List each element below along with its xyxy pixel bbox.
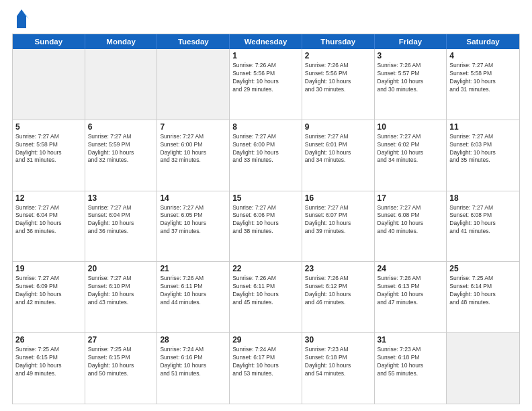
cell-info: Sunrise: 7:27 AM Sunset: 6:03 PM Dayligh… [449, 133, 517, 165]
day-number: 21 [160, 264, 226, 273]
calendar-cell-empty [157, 49, 230, 120]
svg-marker-0 [17, 9, 26, 28]
calendar-cell-day-3: 3Sunrise: 7:26 AM Sunset: 5:57 PM Daylig… [375, 49, 447, 120]
day-number: 12 [15, 193, 82, 203]
calendar-cell-day-24: 24Sunrise: 7:26 AM Sunset: 6:13 PM Dayli… [375, 262, 447, 332]
day-number: 2 [305, 51, 371, 60]
cell-info: Sunrise: 7:27 AM Sunset: 6:08 PM Dayligh… [378, 204, 444, 236]
calendar-cell-day-1: 1Sunrise: 7:26 AM Sunset: 5:56 PM Daylig… [230, 49, 302, 120]
cell-info: Sunrise: 7:26 AM Sunset: 5:56 PM Dayligh… [232, 62, 299, 94]
day-number: 11 [449, 122, 517, 132]
calendar-cell-day-4: 4Sunrise: 7:27 AM Sunset: 5:58 PM Daylig… [447, 49, 519, 120]
calendar-cell-day-10: 10Sunrise: 7:27 AM Sunset: 6:02 PM Dayli… [375, 120, 447, 191]
cell-info: Sunrise: 7:26 AM Sunset: 6:11 PM Dayligh… [232, 275, 299, 307]
weekday-header-monday: Monday [85, 34, 158, 49]
cell-info: Sunrise: 7:26 AM Sunset: 6:12 PM Dayligh… [305, 275, 371, 307]
calendar-cell-day-29: 29Sunrise: 7:24 AM Sunset: 6:17 PM Dayli… [230, 333, 302, 404]
calendar-cell-day-9: 9Sunrise: 7:27 AM Sunset: 6:01 PM Daylig… [302, 120, 375, 191]
calendar-row-4: 19Sunrise: 7:27 AM Sunset: 6:09 PM Dayli… [13, 261, 519, 332]
cell-info: Sunrise: 7:23 AM Sunset: 6:18 PM Dayligh… [378, 346, 444, 378]
calendar-cell-day-17: 17Sunrise: 7:27 AM Sunset: 6:08 PM Dayli… [375, 191, 447, 262]
day-number: 20 [88, 264, 154, 273]
day-number: 3 [378, 51, 444, 60]
calendar-cell-day-6: 6Sunrise: 7:27 AM Sunset: 5:59 PM Daylig… [85, 120, 158, 191]
cell-info: Sunrise: 7:27 AM Sunset: 6:00 PM Dayligh… [160, 133, 226, 165]
calendar-cell-day-30: 30Sunrise: 7:23 AM Sunset: 6:18 PM Dayli… [302, 333, 375, 404]
calendar-row-1: 1Sunrise: 7:26 AM Sunset: 5:56 PM Daylig… [13, 49, 519, 120]
day-number: 27 [88, 335, 154, 345]
calendar-cell-day-2: 2Sunrise: 7:26 AM Sunset: 5:56 PM Daylig… [302, 49, 375, 120]
cell-info: Sunrise: 7:26 AM Sunset: 6:11 PM Dayligh… [160, 275, 226, 307]
header [12, 12, 520, 28]
day-number: 7 [160, 122, 226, 132]
calendar-cell-day-13: 13Sunrise: 7:27 AM Sunset: 6:04 PM Dayli… [85, 191, 158, 262]
calendar-cell-day-27: 27Sunrise: 7:25 AM Sunset: 6:15 PM Dayli… [85, 333, 158, 404]
calendar-cell-empty [13, 49, 85, 120]
cell-info: Sunrise: 7:27 AM Sunset: 6:06 PM Dayligh… [232, 204, 299, 236]
cell-info: Sunrise: 7:27 AM Sunset: 6:00 PM Dayligh… [232, 133, 299, 165]
day-number: 22 [232, 264, 299, 273]
calendar-cell-day-19: 19Sunrise: 7:27 AM Sunset: 6:09 PM Dayli… [13, 262, 85, 332]
calendar-cell-day-22: 22Sunrise: 7:26 AM Sunset: 6:11 PM Dayli… [230, 262, 302, 332]
day-number: 26 [15, 335, 82, 345]
calendar-cell-day-11: 11Sunrise: 7:27 AM Sunset: 6:03 PM Dayli… [447, 120, 519, 191]
calendar-cell-day-23: 23Sunrise: 7:26 AM Sunset: 6:12 PM Dayli… [302, 262, 375, 332]
calendar: SundayMondayTuesdayWednesdayThursdayFrid… [12, 34, 520, 404]
day-number: 14 [160, 193, 226, 203]
cell-info: Sunrise: 7:25 AM Sunset: 6:14 PM Dayligh… [449, 275, 517, 307]
logo-icon [14, 9, 29, 28]
day-number: 17 [378, 193, 444, 203]
calendar-cell-day-20: 20Sunrise: 7:27 AM Sunset: 6:10 PM Dayli… [85, 262, 158, 332]
day-number: 5 [15, 122, 82, 132]
day-number: 15 [232, 193, 299, 203]
weekday-header-wednesday: Wednesday [230, 34, 302, 49]
cell-info: Sunrise: 7:26 AM Sunset: 5:57 PM Dayligh… [378, 62, 444, 94]
weekday-header-saturday: Saturday [447, 34, 519, 49]
calendar-cell-day-21: 21Sunrise: 7:26 AM Sunset: 6:11 PM Dayli… [157, 262, 230, 332]
calendar-cell-day-8: 8Sunrise: 7:27 AM Sunset: 6:00 PM Daylig… [230, 120, 302, 191]
calendar-cell-day-5: 5Sunrise: 7:27 AM Sunset: 5:58 PM Daylig… [13, 120, 85, 191]
day-number: 29 [232, 335, 299, 345]
day-number: 23 [305, 264, 371, 273]
cell-info: Sunrise: 7:27 AM Sunset: 6:05 PM Dayligh… [160, 204, 226, 236]
cell-info: Sunrise: 7:27 AM Sunset: 5:58 PM Dayligh… [15, 133, 82, 165]
day-number: 28 [160, 335, 226, 345]
day-number: 25 [449, 264, 517, 273]
calendar-cell-day-12: 12Sunrise: 7:27 AM Sunset: 6:04 PM Dayli… [13, 191, 85, 262]
calendar-row-5: 26Sunrise: 7:25 AM Sunset: 6:15 PM Dayli… [13, 332, 519, 404]
day-number: 4 [449, 51, 517, 60]
calendar-cell-day-18: 18Sunrise: 7:27 AM Sunset: 6:08 PM Dayli… [447, 191, 519, 262]
cell-info: Sunrise: 7:27 AM Sunset: 6:07 PM Dayligh… [305, 204, 371, 236]
day-number: 18 [449, 193, 517, 203]
day-number: 19 [15, 264, 82, 273]
cell-info: Sunrise: 7:27 AM Sunset: 6:01 PM Dayligh… [305, 133, 371, 165]
day-number: 6 [88, 122, 154, 132]
cell-info: Sunrise: 7:27 AM Sunset: 5:58 PM Dayligh… [449, 62, 517, 94]
logo [12, 12, 29, 28]
cell-info: Sunrise: 7:24 AM Sunset: 6:17 PM Dayligh… [232, 346, 299, 378]
cell-info: Sunrise: 7:27 AM Sunset: 6:02 PM Dayligh… [378, 133, 444, 165]
cell-info: Sunrise: 7:27 AM Sunset: 6:04 PM Dayligh… [88, 204, 154, 236]
calendar-header: SundayMondayTuesdayWednesdayThursdayFrid… [13, 34, 519, 49]
calendar-cell-day-7: 7Sunrise: 7:27 AM Sunset: 6:00 PM Daylig… [157, 120, 230, 191]
day-number: 10 [378, 122, 444, 132]
day-number: 9 [305, 122, 371, 132]
cell-info: Sunrise: 7:27 AM Sunset: 6:10 PM Dayligh… [88, 275, 154, 307]
cell-info: Sunrise: 7:27 AM Sunset: 6:04 PM Dayligh… [15, 204, 82, 236]
weekday-header-sunday: Sunday [13, 34, 85, 49]
weekday-header-tuesday: Tuesday [157, 34, 230, 49]
cell-info: Sunrise: 7:27 AM Sunset: 6:09 PM Dayligh… [15, 275, 82, 307]
weekday-header-thursday: Thursday [302, 34, 375, 49]
calendar-cell-day-14: 14Sunrise: 7:27 AM Sunset: 6:05 PM Dayli… [157, 191, 230, 262]
calendar-cell-day-16: 16Sunrise: 7:27 AM Sunset: 6:07 PM Dayli… [302, 191, 375, 262]
cell-info: Sunrise: 7:27 AM Sunset: 6:08 PM Dayligh… [449, 204, 517, 236]
day-number: 13 [88, 193, 154, 203]
calendar-row-3: 12Sunrise: 7:27 AM Sunset: 6:04 PM Dayli… [13, 191, 519, 262]
day-number: 31 [378, 335, 444, 345]
day-number: 30 [305, 335, 371, 345]
cell-info: Sunrise: 7:23 AM Sunset: 6:18 PM Dayligh… [305, 346, 371, 378]
day-number: 16 [305, 193, 371, 203]
cell-info: Sunrise: 7:26 AM Sunset: 5:56 PM Dayligh… [305, 62, 371, 94]
calendar-cell-day-15: 15Sunrise: 7:27 AM Sunset: 6:06 PM Dayli… [230, 191, 302, 262]
calendar-cell-empty [447, 333, 519, 404]
